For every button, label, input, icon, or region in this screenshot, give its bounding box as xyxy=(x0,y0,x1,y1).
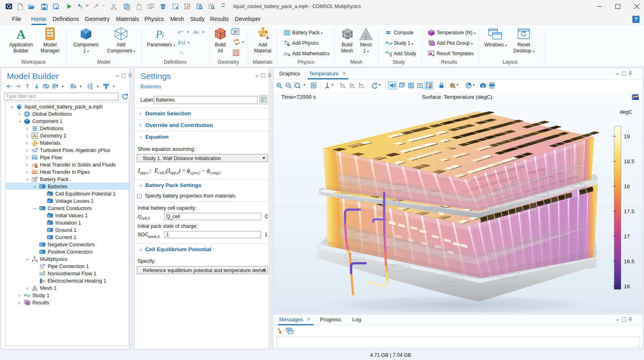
svg-text:P: P xyxy=(155,28,162,40)
svg-text:16: 16 xyxy=(624,283,630,289)
svg-text:A: A xyxy=(16,27,25,41)
svg-text:Time=72000 s: Time=72000 s xyxy=(281,94,316,100)
svg-text:D: D xyxy=(48,191,50,194)
svg-text:degC: degC xyxy=(620,109,632,115)
svg-text:xy: xy xyxy=(342,83,345,87)
svg-text:16.5: 16.5 xyxy=(624,258,634,264)
svg-text:D: D xyxy=(48,220,50,223)
svg-text:Δu: Δu xyxy=(283,50,289,56)
svg-text:18: 18 xyxy=(624,183,630,189)
svg-text:18.5: 18.5 xyxy=(624,158,634,164)
svg-text:i: i xyxy=(162,31,164,39)
svg-text:xz: xz xyxy=(360,83,364,86)
svg-text:D: D xyxy=(48,198,50,201)
svg-text:19: 19 xyxy=(624,133,630,139)
svg-text:yz: yz xyxy=(351,83,354,87)
svg-text:17: 17 xyxy=(624,233,630,239)
svg-text:17.5: 17.5 xyxy=(624,208,634,214)
svg-text:Surface: Temperature (degC): Surface: Temperature (degC) xyxy=(422,94,493,100)
svg-text:D: D xyxy=(48,212,50,215)
